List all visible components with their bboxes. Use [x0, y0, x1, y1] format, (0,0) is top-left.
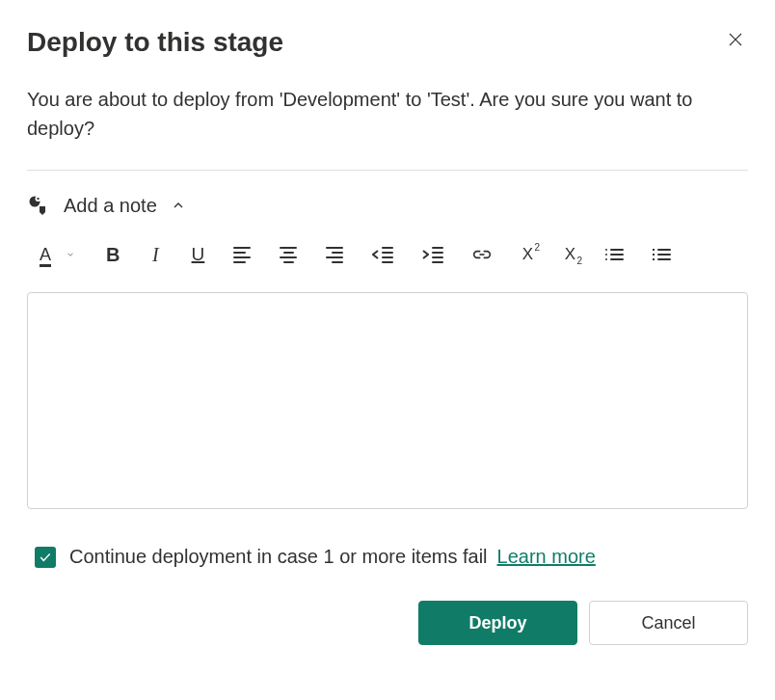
font-color-dropdown[interactable]	[60, 244, 81, 265]
bullet-list-icon	[605, 249, 624, 260]
numbered-list-button[interactable]	[649, 244, 675, 265]
align-left-icon	[233, 247, 251, 263]
superscript-icon: X2	[522, 245, 533, 264]
font-color-button[interactable]: A	[35, 244, 56, 265]
bold-icon: B	[106, 244, 120, 266]
link-icon	[472, 249, 492, 260]
close-icon	[727, 31, 744, 48]
italic-button[interactable]: I	[145, 244, 166, 265]
outdent-icon	[372, 247, 393, 263]
numbered-list-icon	[653, 249, 671, 260]
align-left-button[interactable]	[229, 244, 254, 265]
bold-button[interactable]: B	[102, 244, 123, 265]
note-icon	[27, 194, 50, 217]
align-center-icon	[280, 247, 297, 263]
align-right-button[interactable]	[322, 244, 347, 265]
link-button[interactable]	[468, 244, 495, 265]
superscript-button[interactable]: X2	[517, 244, 538, 265]
add-note-toggle[interactable]: Add a note	[27, 194, 748, 217]
svg-rect-5	[37, 199, 40, 200]
italic-icon: I	[152, 244, 159, 266]
note-textarea[interactable]	[27, 292, 748, 509]
learn-more-link[interactable]: Learn more	[497, 546, 596, 568]
underline-button[interactable]: U	[187, 244, 208, 265]
continue-on-fail-label: Continue deployment in case 1 or more it…	[69, 546, 488, 568]
continue-on-fail-checkbox[interactable]	[35, 547, 56, 568]
subscript-button[interactable]: X2	[559, 244, 580, 265]
close-button[interactable]	[723, 27, 748, 52]
add-note-label: Add a note	[64, 195, 157, 217]
divider	[27, 170, 748, 171]
indent-icon	[422, 247, 443, 263]
dialog-title: Deploy to this stage	[27, 27, 283, 58]
editor-toolbar: A B I U	[27, 244, 748, 265]
subscript-icon: X2	[565, 245, 575, 264]
bullet-list-button[interactable]	[601, 244, 628, 265]
align-center-button[interactable]	[276, 244, 301, 265]
dialog-description: You are about to deploy from 'Developmen…	[27, 85, 748, 143]
check-icon	[39, 551, 52, 564]
outdent-button[interactable]	[368, 244, 397, 265]
cancel-button[interactable]: Cancel	[589, 601, 748, 645]
align-right-icon	[326, 247, 343, 263]
underline-icon: U	[192, 244, 205, 265]
indent-button[interactable]	[418, 244, 447, 265]
chevron-up-icon	[171, 198, 186, 213]
deploy-button[interactable]: Deploy	[418, 601, 577, 645]
chevron-down-icon	[66, 250, 75, 259]
font-color-icon: A	[40, 245, 51, 265]
